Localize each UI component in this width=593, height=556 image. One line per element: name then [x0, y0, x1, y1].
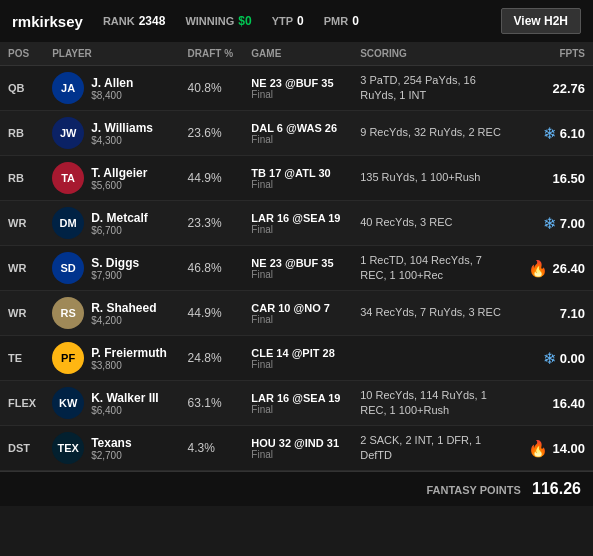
ytp-stat: YTP 0	[272, 14, 304, 28]
scoring-summary: 1 RecTD, 104 RecYds, 7 REC, 1 100+Rec	[352, 246, 518, 291]
game-info: DAL 6 @WAS 26Final	[243, 111, 352, 156]
game-score: TB 17 @ATL 30	[251, 167, 344, 179]
game-status: Final	[251, 134, 344, 145]
player-info: RSR. Shaheed$4,200	[44, 291, 179, 336]
game-info: LAR 16 @SEA 19Final	[243, 381, 352, 426]
game-info: NE 23 @BUF 35Final	[243, 246, 352, 291]
player-avatar: KW	[52, 387, 84, 419]
game-info: CAR 10 @NO 7Final	[243, 291, 352, 336]
game-status: Final	[251, 179, 344, 190]
table-row: FLEXKWK. Walker III$6,40063.1%LAR 16 @SE…	[0, 381, 593, 426]
col-scoring: SCORING	[352, 42, 518, 66]
table-row: RBTAT. Allgeier$5,60044.9%TB 17 @ATL 30F…	[0, 156, 593, 201]
draft-percentage: 40.8%	[180, 66, 244, 111]
game-score: NE 23 @BUF 35	[251, 257, 344, 269]
player-info: KWK. Walker III$6,400	[44, 381, 179, 426]
scoring-summary: 34 RecYds, 7 RuYds, 3 REC	[352, 291, 518, 336]
player-info: JWJ. Williams$4,300	[44, 111, 179, 156]
game-status: Final	[251, 359, 344, 370]
player-name: J. Allen	[91, 76, 133, 90]
game-info: CLE 14 @PIT 28Final	[243, 336, 352, 381]
scoring-summary: 135 RuYds, 1 100+Rush	[352, 156, 518, 201]
player-info: TAT. Allgeier$5,600	[44, 156, 179, 201]
cold-icon: ❄	[543, 124, 556, 143]
player-info: TEXTexans$2,700	[44, 426, 179, 471]
game-score: LAR 16 @SEA 19	[251, 212, 344, 224]
fantasy-points: 16.50	[518, 156, 593, 201]
pmr-label: PMR	[324, 15, 348, 27]
fantasy-points: 🔥26.40	[518, 246, 593, 291]
player-position: WR	[0, 201, 44, 246]
table-row: QBJAJ. Allen$8,40040.8%NE 23 @BUF 35Fina…	[0, 66, 593, 111]
game-info: LAR 16 @SEA 19Final	[243, 201, 352, 246]
table-row: WRSDS. Diggs$7,90046.8%NE 23 @BUF 35Fina…	[0, 246, 593, 291]
cold-icon: ❄	[543, 214, 556, 233]
draft-percentage: 24.8%	[180, 336, 244, 381]
game-status: Final	[251, 449, 344, 460]
game-status: Final	[251, 269, 344, 280]
player-salary: $5,600	[91, 180, 147, 191]
player-salary: $6,700	[91, 225, 148, 236]
player-name: Texans	[91, 436, 131, 450]
player-position: TE	[0, 336, 44, 381]
player-position: RB	[0, 156, 44, 201]
fire-icon: 🔥	[528, 259, 548, 278]
scoring-summary: 40 RecYds, 3 REC	[352, 201, 518, 246]
player-avatar: JW	[52, 117, 84, 149]
fire-icon: 🔥	[528, 439, 548, 458]
header: rmkirksey RANK 2348 WINNING $0 YTP 0 PMR…	[0, 0, 593, 42]
draft-percentage: 23.6%	[180, 111, 244, 156]
player-name: D. Metcalf	[91, 211, 148, 225]
draft-percentage: 63.1%	[180, 381, 244, 426]
rank-value: 2348	[139, 14, 166, 28]
player-avatar: RS	[52, 297, 84, 329]
draft-percentage: 23.3%	[180, 201, 244, 246]
player-salary: $8,400	[91, 90, 133, 101]
table-row: RBJWJ. Williams$4,30023.6%DAL 6 @WAS 26F…	[0, 111, 593, 156]
player-position: WR	[0, 291, 44, 336]
player-name: S. Diggs	[91, 256, 139, 270]
fantasy-points-value: 116.26	[532, 480, 581, 497]
game-score: LAR 16 @SEA 19	[251, 392, 344, 404]
player-salary: $7,900	[91, 270, 139, 281]
fpts-value: 22.76	[552, 81, 585, 96]
game-score: CLE 14 @PIT 28	[251, 347, 344, 359]
fpts-value: 16.40	[552, 396, 585, 411]
game-score: HOU 32 @IND 31	[251, 437, 344, 449]
table-row: WRRSR. Shaheed$4,20044.9%CAR 10 @NO 7Fin…	[0, 291, 593, 336]
player-avatar: DM	[52, 207, 84, 239]
player-position: WR	[0, 246, 44, 291]
player-position: FLEX	[0, 381, 44, 426]
ytp-label: YTP	[272, 15, 293, 27]
fpts-value: 7.10	[560, 306, 585, 321]
draft-percentage: 46.8%	[180, 246, 244, 291]
draft-percentage: 44.9%	[180, 156, 244, 201]
player-avatar: SD	[52, 252, 84, 284]
player-info: SDS. Diggs$7,900	[44, 246, 179, 291]
pmr-value: 0	[352, 14, 359, 28]
fpts-value: 6.10	[560, 126, 585, 141]
fpts-value: 26.40	[552, 261, 585, 276]
table-row: DSTTEXTexans$2,7004.3%HOU 32 @IND 31Fina…	[0, 426, 593, 471]
col-fpts: FPTS	[518, 42, 593, 66]
game-status: Final	[251, 89, 344, 100]
view-h2h-button[interactable]: View H2H	[501, 8, 581, 34]
table-row: WRDMD. Metcalf$6,70023.3%LAR 16 @SEA 19F…	[0, 201, 593, 246]
fantasy-points: 16.40	[518, 381, 593, 426]
player-name: K. Walker III	[91, 391, 159, 405]
roster-table: POS PLAYER DRAFT % GAME SCORING FPTS QBJ…	[0, 42, 593, 471]
winning-value: $0	[238, 14, 251, 28]
player-salary: $4,300	[91, 135, 153, 146]
player-avatar: TA	[52, 162, 84, 194]
player-avatar: TEX	[52, 432, 84, 464]
scoring-summary: 10 RecYds, 114 RuYds, 1 REC, 1 100+Rush	[352, 381, 518, 426]
player-salary: $3,800	[91, 360, 167, 371]
scoring-summary: 2 SACK, 2 INT, 1 DFR, 1 DefTD	[352, 426, 518, 471]
game-info: TB 17 @ATL 30Final	[243, 156, 352, 201]
col-player: PLAYER	[44, 42, 179, 66]
fantasy-points: ❄6.10	[518, 111, 593, 156]
player-info: DMD. Metcalf$6,700	[44, 201, 179, 246]
username: rmkirksey	[12, 13, 83, 30]
winning-stat: WINNING $0	[185, 14, 251, 28]
player-salary: $6,400	[91, 405, 159, 416]
